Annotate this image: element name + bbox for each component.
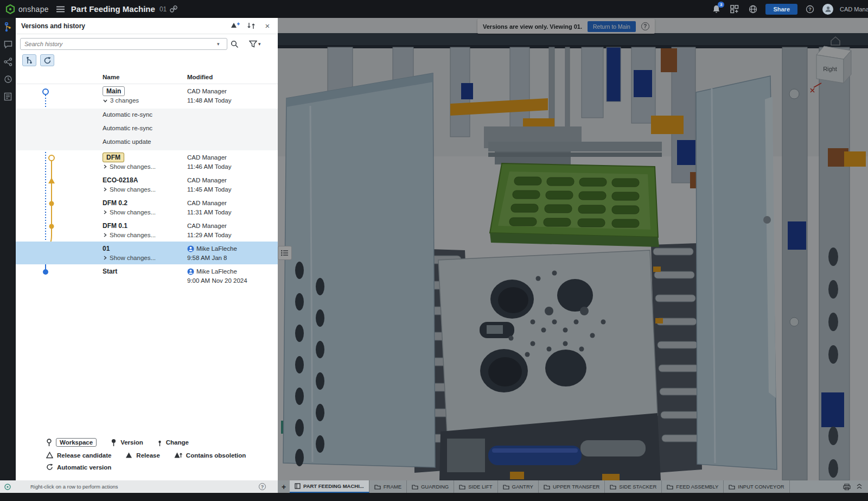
folder-icon <box>729 484 735 490</box>
graphics-viewport[interactable]: Right Versions are view only. Viewing 01… <box>278 18 868 480</box>
versions-history-panel: Versions and history × ▾ ▾ <box>16 18 278 480</box>
tab-gantry[interactable]: GANTRY <box>498 480 539 493</box>
center-baseplate[interactable] <box>438 250 658 435</box>
graph-toggles <box>22 54 54 66</box>
chevron-right-icon[interactable] <box>103 232 107 238</box>
show-changes-link[interactable]: Show changes... <box>110 186 156 193</box>
row-change[interactable]: Automatic update <box>16 136 278 150</box>
hint-help-icon[interactable]: ? <box>259 483 266 490</box>
tab-input-conveyor[interactable]: INPUT CONVEYOR <box>724 480 789 493</box>
show-changes-link[interactable]: Show changes... <box>110 209 156 215</box>
tab-side-lift[interactable]: SIDE LIFT <box>454 480 497 493</box>
search-input[interactable] <box>24 41 217 47</box>
view-cube-face-label[interactable]: Right <box>823 66 837 72</box>
row-version-01[interactable]: 01 Show changes... Mike LaFleche 9:58 AM… <box>16 242 278 264</box>
history-clock-icon[interactable] <box>3 74 13 84</box>
show-changes-link[interactable]: Show changes... <box>110 255 156 261</box>
row-author: CAD Manager <box>187 87 231 96</box>
link-icon[interactable] <box>170 5 177 13</box>
hint-text: Right-click on a row to perform actions <box>30 484 118 490</box>
assembly-icon <box>295 483 301 489</box>
top-beam <box>278 33 868 48</box>
share-graph-icon[interactable] <box>3 57 13 67</box>
tab-guarding[interactable]: GUARDING <box>407 480 454 493</box>
search-box[interactable]: ▾ <box>20 38 227 50</box>
info-icon <box>4 484 11 490</box>
left-guard-panel[interactable] <box>283 73 435 467</box>
tab-upper-transfer[interactable]: UPPER TRANSFER <box>539 480 605 493</box>
print-icon[interactable] <box>843 484 851 490</box>
show-branches-toggle[interactable] <box>22 54 36 66</box>
panel-title: Versions and history <box>21 22 85 30</box>
row-change[interactable]: Automatic re-sync <box>16 122 278 136</box>
row-workspace-dfm[interactable]: DFM Show changes... CAD Manager11:46 AM … <box>16 150 278 173</box>
show-auto-versions-toggle[interactable] <box>40 54 54 66</box>
release-icon <box>125 452 132 459</box>
chevron-right-icon[interactable] <box>103 210 107 215</box>
search-dropdown-caret-icon[interactable]: ▾ <box>217 41 220 47</box>
return-to-main-button[interactable]: Return to Main <box>588 21 636 32</box>
user-avatar-icon <box>187 245 194 252</box>
row-release-eco-0218a[interactable]: ECO-0218A Show changes... CAD Manager11:… <box>16 173 278 196</box>
version-actions-flyout-button[interactable] <box>278 246 292 260</box>
svg-text:?: ? <box>808 7 812 12</box>
tab-feed-assembly[interactable]: FEED ASSEMBLY <box>662 480 724 493</box>
bottom-bar: Right-click on a row to perform actions … <box>0 480 868 493</box>
main-menu-icon[interactable] <box>56 6 65 12</box>
column-name: Name <box>103 74 119 80</box>
chevron-right-icon[interactable] <box>103 164 107 169</box>
document-tabs-bar: + PART FEEDING MACHI... FRAME GUARDING S… <box>278 480 868 493</box>
legend-release: Release <box>125 452 159 459</box>
close-icon[interactable]: × <box>261 20 273 32</box>
tab-frame[interactable]: FRAME <box>369 480 407 493</box>
top-bar: onshape Part Feeding Machine 01 3 Share … <box>0 0 868 18</box>
changes-count[interactable]: 3 changes <box>110 97 139 104</box>
tab-part-feeding-machine[interactable]: PART FEEDING MACHI... <box>290 480 369 493</box>
legend-contains-obsoletion: Contains obsoletion <box>174 452 246 459</box>
tab-label: SIDE LIFT <box>468 484 492 490</box>
notifications-bell-icon[interactable]: 3 <box>710 3 722 15</box>
show-changes-link[interactable]: Show changes... <box>110 232 156 238</box>
chevron-right-icon[interactable] <box>103 255 107 261</box>
document-title: Part Feeding Machine <box>71 4 155 14</box>
onshape-logo-icon[interactable] <box>5 4 15 14</box>
row-version-dfm-0-1[interactable]: DFM 0.1 Show changes... CAD Manager11:29… <box>16 219 278 242</box>
tab-label: FRAME <box>384 484 401 490</box>
contains-obsoletion-icon <box>174 452 182 459</box>
compare-versions-icon[interactable] <box>245 20 257 32</box>
share-button[interactable]: Share <box>765 4 797 15</box>
tab-label: FEED ASSEMBLY <box>676 484 718 490</box>
banner-message: Versions are view only. Viewing 01. <box>483 23 582 30</box>
user-avatar[interactable] <box>822 4 833 15</box>
tab-label: SIDE STACKER <box>619 484 656 490</box>
row-workspace-main[interactable]: Main 3 changes CAD Manager11:48 AM Today <box>16 84 278 109</box>
row-change[interactable]: Automatic re-sync <box>16 109 278 122</box>
filter-icon[interactable]: ▾ <box>249 40 261 48</box>
chevron-down-icon[interactable] <box>103 98 108 103</box>
create-version-icon[interactable] <box>229 20 241 32</box>
app-store-icon[interactable] <box>729 3 741 15</box>
versions-panel-icon[interactable] <box>3 22 13 32</box>
row-version-dfm-0-2[interactable]: DFM 0.2 Show changes... CAD Manager11:31… <box>16 196 278 219</box>
show-changes-link[interactable]: Show changes... <box>110 163 156 170</box>
automatic-version-icon <box>46 464 53 471</box>
globe-icon[interactable] <box>747 3 759 15</box>
chevron-right-icon[interactable] <box>103 187 107 192</box>
cad-model-canvas[interactable]: Right <box>278 18 868 480</box>
legend-release-candidate: Release candidate <box>46 452 111 459</box>
document-version-label: 01 <box>159 5 167 13</box>
expand-tabs-icon[interactable] <box>856 484 863 490</box>
properties-form-icon[interactable] <box>3 92 13 102</box>
row-version-start[interactable]: Start Mike LaFleche 9:00 AM Nov 20 2024 <box>16 264 278 287</box>
comments-panel-icon[interactable] <box>3 40 13 49</box>
tab-side-stacker[interactable]: SIDE STACKER <box>605 480 662 493</box>
workspace-main-label[interactable]: Main <box>103 86 125 96</box>
search-icon[interactable] <box>227 38 241 50</box>
right-guard-panel[interactable] <box>696 76 777 470</box>
highlighted-green-tray[interactable] <box>490 163 659 247</box>
workspace-dfm-label[interactable]: DFM <box>103 153 124 162</box>
add-tab-button[interactable]: + <box>278 480 290 493</box>
banner-help-icon[interactable]: ? <box>641 22 649 30</box>
help-icon[interactable]: ? <box>804 3 816 15</box>
folder-icon <box>459 484 465 490</box>
